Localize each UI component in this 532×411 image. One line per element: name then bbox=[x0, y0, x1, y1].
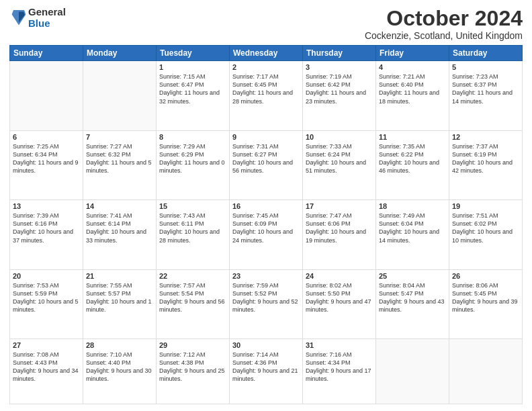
day-info: Sunrise: 7:12 AM Sunset: 4:38 PM Dayligh… bbox=[159, 351, 226, 383]
day-cell: 13Sunrise: 7:39 AM Sunset: 6:16 PM Dayli… bbox=[10, 200, 83, 269]
day-info: Sunrise: 7:57 AM Sunset: 5:54 PM Dayligh… bbox=[159, 281, 226, 314]
day-header-sunday: Sunday bbox=[10, 46, 83, 61]
header-row: SundayMondayTuesdayWednesdayThursdayFrid… bbox=[10, 46, 523, 61]
day-info: Sunrise: 7:35 AM Sunset: 6:22 PM Dayligh… bbox=[379, 142, 446, 175]
day-number: 11 bbox=[379, 133, 446, 141]
day-info: Sunrise: 7:27 AM Sunset: 6:32 PM Dayligh… bbox=[86, 142, 153, 175]
logo-blue: Blue bbox=[28, 18, 66, 30]
day-number: 20 bbox=[13, 272, 80, 280]
day-cell: 3Sunrise: 7:19 AM Sunset: 6:42 PM Daylig… bbox=[303, 61, 376, 130]
day-info: Sunrise: 7:43 AM Sunset: 6:11 PM Dayligh… bbox=[159, 212, 226, 244]
day-cell: 14Sunrise: 7:41 AM Sunset: 6:14 PM Dayli… bbox=[83, 200, 157, 269]
day-cell: 8Sunrise: 7:29 AM Sunset: 6:29 PM Daylig… bbox=[157, 130, 230, 199]
day-cell: 4Sunrise: 7:21 AM Sunset: 6:40 PM Daylig… bbox=[376, 61, 449, 130]
day-info: Sunrise: 7:39 AM Sunset: 6:16 PM Dayligh… bbox=[13, 212, 80, 244]
day-number: 29 bbox=[159, 341, 226, 349]
day-cell: 28Sunrise: 7:10 AM Sunset: 4:40 PM Dayli… bbox=[83, 339, 157, 404]
day-cell: 25Sunrise: 8:04 AM Sunset: 5:47 PM Dayli… bbox=[376, 269, 449, 338]
day-number: 26 bbox=[452, 272, 519, 280]
day-number: 31 bbox=[306, 341, 373, 349]
day-info: Sunrise: 7:14 AM Sunset: 4:36 PM Dayligh… bbox=[232, 351, 300, 383]
logo-text: General Blue bbox=[28, 7, 66, 29]
day-cell: 22Sunrise: 7:57 AM Sunset: 5:54 PM Dayli… bbox=[157, 269, 230, 338]
day-number: 10 bbox=[306, 133, 373, 141]
day-number: 25 bbox=[379, 272, 446, 280]
day-cell: 27Sunrise: 7:08 AM Sunset: 4:43 PM Dayli… bbox=[10, 339, 83, 404]
day-number: 16 bbox=[232, 202, 300, 210]
day-number: 9 bbox=[232, 133, 300, 141]
day-cell: 17Sunrise: 7:47 AM Sunset: 6:06 PM Dayli… bbox=[303, 200, 376, 269]
day-number: 3 bbox=[306, 63, 373, 71]
day-cell: 6Sunrise: 7:25 AM Sunset: 6:34 PM Daylig… bbox=[10, 130, 83, 199]
day-info: Sunrise: 8:02 AM Sunset: 5:50 PM Dayligh… bbox=[306, 281, 373, 314]
day-info: Sunrise: 8:06 AM Sunset: 5:45 PM Dayligh… bbox=[452, 281, 519, 314]
day-number: 17 bbox=[306, 202, 373, 210]
day-header-wednesday: Wednesday bbox=[230, 46, 303, 61]
day-cell: 24Sunrise: 8:02 AM Sunset: 5:50 PM Dayli… bbox=[303, 269, 376, 338]
week-row-1: 1Sunrise: 7:15 AM Sunset: 6:47 PM Daylig… bbox=[10, 61, 523, 130]
day-cell bbox=[376, 339, 449, 404]
day-cell: 31Sunrise: 7:16 AM Sunset: 4:34 PM Dayli… bbox=[303, 339, 376, 404]
day-number: 2 bbox=[232, 63, 300, 71]
day-number: 30 bbox=[232, 341, 300, 349]
day-info: Sunrise: 7:49 AM Sunset: 6:04 PM Dayligh… bbox=[379, 212, 446, 244]
week-row-5: 27Sunrise: 7:08 AM Sunset: 4:43 PM Dayli… bbox=[10, 339, 523, 404]
day-header-thursday: Thursday bbox=[303, 46, 376, 61]
day-cell: 10Sunrise: 7:33 AM Sunset: 6:24 PM Dayli… bbox=[303, 130, 376, 199]
day-number: 28 bbox=[86, 341, 153, 349]
day-cell: 11Sunrise: 7:35 AM Sunset: 6:22 PM Dayli… bbox=[376, 130, 449, 199]
day-header-monday: Monday bbox=[83, 46, 157, 61]
day-info: Sunrise: 7:41 AM Sunset: 6:14 PM Dayligh… bbox=[86, 212, 153, 244]
day-cell: 30Sunrise: 7:14 AM Sunset: 4:36 PM Dayli… bbox=[230, 339, 303, 404]
day-number: 23 bbox=[232, 272, 300, 280]
day-cell: 20Sunrise: 7:53 AM Sunset: 5:59 PM Dayli… bbox=[10, 269, 83, 338]
day-number: 4 bbox=[379, 63, 446, 71]
calendar-table: SundayMondayTuesdayWednesdayThursdayFrid… bbox=[9, 45, 523, 404]
day-cell: 1Sunrise: 7:15 AM Sunset: 6:47 PM Daylig… bbox=[157, 61, 230, 130]
day-cell: 23Sunrise: 7:59 AM Sunset: 5:52 PM Dayli… bbox=[230, 269, 303, 338]
day-cell: 18Sunrise: 7:49 AM Sunset: 6:04 PM Dayli… bbox=[376, 200, 449, 269]
day-header-tuesday: Tuesday bbox=[157, 46, 230, 61]
day-info: Sunrise: 7:19 AM Sunset: 6:42 PM Dayligh… bbox=[306, 73, 373, 105]
day-number: 18 bbox=[379, 202, 446, 210]
day-info: Sunrise: 7:53 AM Sunset: 5:59 PM Dayligh… bbox=[13, 281, 80, 314]
day-cell: 2Sunrise: 7:17 AM Sunset: 6:45 PM Daylig… bbox=[230, 61, 303, 130]
day-info: Sunrise: 7:45 AM Sunset: 6:09 PM Dayligh… bbox=[232, 212, 300, 244]
day-info: Sunrise: 7:16 AM Sunset: 4:34 PM Dayligh… bbox=[306, 351, 373, 383]
day-number: 5 bbox=[452, 63, 519, 71]
day-number: 12 bbox=[452, 133, 519, 141]
day-info: Sunrise: 7:25 AM Sunset: 6:34 PM Dayligh… bbox=[13, 142, 80, 175]
day-cell: 19Sunrise: 7:51 AM Sunset: 6:02 PM Dayli… bbox=[449, 200, 523, 269]
day-header-friday: Friday bbox=[376, 46, 449, 61]
day-info: Sunrise: 7:55 AM Sunset: 5:57 PM Dayligh… bbox=[86, 281, 153, 314]
day-info: Sunrise: 7:51 AM Sunset: 6:02 PM Dayligh… bbox=[452, 212, 519, 244]
week-row-4: 20Sunrise: 7:53 AM Sunset: 5:59 PM Dayli… bbox=[10, 269, 523, 338]
logo-general: General bbox=[28, 7, 66, 18]
day-number: 24 bbox=[306, 272, 373, 280]
day-number: 15 bbox=[159, 202, 226, 210]
day-cell: 29Sunrise: 7:12 AM Sunset: 4:38 PM Dayli… bbox=[157, 339, 230, 404]
day-info: Sunrise: 8:04 AM Sunset: 5:47 PM Dayligh… bbox=[379, 281, 446, 314]
day-cell: 16Sunrise: 7:45 AM Sunset: 6:09 PM Dayli… bbox=[230, 200, 303, 269]
day-number: 21 bbox=[86, 272, 153, 280]
day-number: 6 bbox=[13, 133, 80, 141]
day-info: Sunrise: 7:31 AM Sunset: 6:27 PM Dayligh… bbox=[232, 142, 300, 175]
day-cell: 7Sunrise: 7:27 AM Sunset: 6:32 PM Daylig… bbox=[83, 130, 157, 199]
day-number: 8 bbox=[159, 133, 226, 141]
day-info: Sunrise: 7:23 AM Sunset: 6:37 PM Dayligh… bbox=[452, 73, 519, 105]
day-info: Sunrise: 7:47 AM Sunset: 6:06 PM Dayligh… bbox=[306, 212, 373, 244]
day-info: Sunrise: 7:17 AM Sunset: 6:45 PM Dayligh… bbox=[232, 73, 300, 105]
day-cell: 9Sunrise: 7:31 AM Sunset: 6:27 PM Daylig… bbox=[230, 130, 303, 199]
logo: General Blue bbox=[9, 7, 66, 29]
week-row-2: 6Sunrise: 7:25 AM Sunset: 6:34 PM Daylig… bbox=[10, 130, 523, 199]
day-info: Sunrise: 7:10 AM Sunset: 4:40 PM Dayligh… bbox=[86, 351, 153, 383]
week-row-3: 13Sunrise: 7:39 AM Sunset: 6:16 PM Dayli… bbox=[10, 200, 523, 269]
day-cell: 15Sunrise: 7:43 AM Sunset: 6:11 PM Dayli… bbox=[157, 200, 230, 269]
page: General Blue October 2024 Cockenzie, Sco… bbox=[0, 0, 532, 411]
day-number: 19 bbox=[452, 202, 519, 210]
day-info: Sunrise: 7:08 AM Sunset: 4:43 PM Dayligh… bbox=[13, 351, 80, 383]
day-cell bbox=[449, 339, 523, 404]
day-cell bbox=[10, 61, 83, 130]
day-number: 13 bbox=[13, 202, 80, 210]
day-number: 7 bbox=[86, 133, 153, 141]
